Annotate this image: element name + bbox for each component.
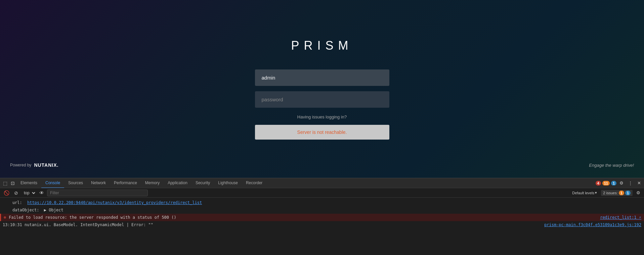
console-filter-icon[interactable]: ⊘ — [12, 189, 20, 197]
more-options-icon[interactable]: ⋮ — [627, 180, 634, 187]
console-line-1: url: https://10.0.22.200:9440/api/nutani… — [0, 199, 644, 206]
tab-performance[interactable]: Performance — [110, 178, 141, 188]
devtools-device-icon[interactable]: ⊡ — [9, 179, 16, 187]
console-content: url: https://10.0.22.200:9440/api/nutani… — [0, 198, 644, 255]
tab-memory[interactable]: Memory — [141, 178, 164, 188]
close-devtools-icon[interactable]: ✕ — [636, 180, 643, 187]
top-context-select[interactable]: top — [21, 190, 36, 196]
tab-network[interactable]: Network — [87, 178, 110, 188]
devtools-panel: ⬚ ⊡ Elements Console Sources Network Per… — [0, 178, 644, 255]
issues-link[interactable]: Having issues logging in? — [297, 114, 347, 119]
tab-elements[interactable]: Elements — [16, 178, 41, 188]
issues-badge-yellow: 1 — [619, 191, 624, 195]
tab-recorder[interactable]: Recorder — [242, 178, 266, 188]
password-input[interactable] — [255, 91, 389, 108]
nutanix-logo: NUTANIX. — [34, 162, 58, 168]
console-toolbar: 🚫 ⊘ top 👁 Default levels ▾ 2 issues: 1 1… — [0, 188, 644, 198]
warning-badge: 11 — [602, 181, 610, 186]
issues-badge-blue: 1 — [625, 191, 631, 195]
tab-sources[interactable]: Sources — [64, 178, 87, 188]
error-file-link[interactable]: redirect_list:1 ⚡ — [600, 214, 641, 220]
console-line-error: ⊗ Failed to load resource: the server re… — [0, 214, 644, 221]
source-file-link[interactable]: prism-pc-main.f3c04f.e53109a1c3e9.js:192 — [544, 222, 641, 228]
powered-by-label: Powered by — [10, 163, 31, 167]
console-url-link[interactable]: https://10.0.22.200:9440/api/nutanix/v3/… — [27, 200, 202, 206]
engage-warp-text: Engage the warp drive! — [589, 163, 634, 168]
login-form: Having issues logging in? Server is not … — [255, 69, 389, 140]
error-button[interactable]: Server is not reachable. — [255, 125, 389, 140]
console-line-3: 13:10:31 nutanix.ui. BaseModel. IntentDy… — [0, 221, 644, 228]
tab-lighthouse[interactable]: Lighthouse — [214, 178, 242, 188]
info-badge: 1 — [611, 181, 616, 186]
devtools-tabbar: ⬚ ⊡ Elements Console Sources Network Per… — [0, 178, 644, 188]
eye-icon[interactable]: 👁 — [38, 189, 46, 197]
default-levels-button[interactable]: Default levels ▾ — [570, 190, 599, 196]
console-line-2: dataObject: ▶ Object — [0, 206, 644, 214]
devtools-right-actions: 4 11 1 ⚙ ⋮ ✕ — [596, 180, 643, 187]
settings-icon[interactable]: ⚙ — [618, 180, 625, 187]
clear-console-icon[interactable]: 🚫 — [2, 189, 11, 197]
username-input[interactable] — [255, 69, 389, 86]
tab-security[interactable]: Security — [191, 178, 214, 188]
chevron-down-icon: ▾ — [595, 191, 597, 195]
main-app-area: PRISM Having issues logging in? Server i… — [0, 0, 644, 178]
error-icon: ⊗ — [4, 214, 6, 220]
devtools-inspect-icon[interactable]: ⬚ — [1, 179, 9, 187]
app-title: PRISM — [291, 39, 353, 53]
tab-console[interactable]: Console — [41, 178, 64, 188]
powered-by: Powered by NUTANIX. — [10, 162, 58, 168]
console-filter-input[interactable] — [47, 190, 148, 196]
error-badge: 4 — [596, 181, 601, 186]
issues-badge[interactable]: 2 issues: 1 1 — [601, 190, 633, 196]
tab-application[interactable]: Application — [164, 178, 191, 188]
console-settings-icon[interactable]: ⚙ — [635, 189, 642, 196]
